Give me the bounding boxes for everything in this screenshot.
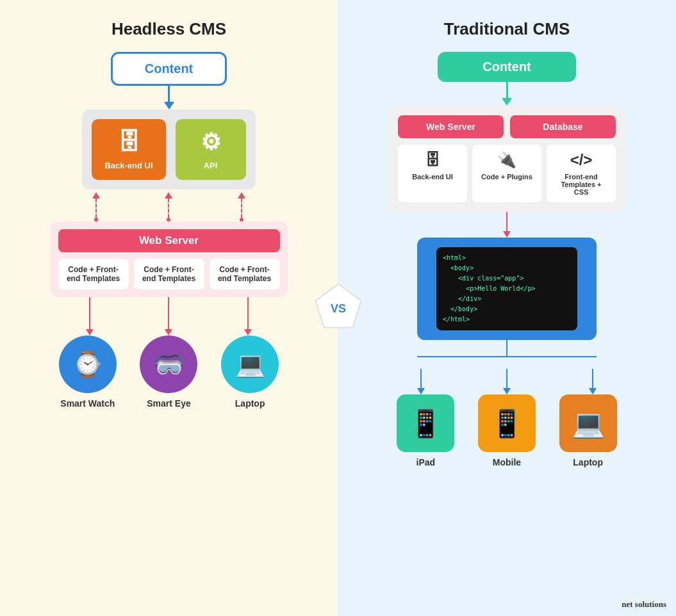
right-db-btn: Database bbox=[510, 115, 616, 138]
right-item-1-icon: 🗄 bbox=[404, 151, 461, 169]
branch-top-line bbox=[506, 340, 507, 356]
branch-horizontal-bar bbox=[417, 356, 597, 369]
smartwatch-label: Smart Watch bbox=[60, 398, 115, 409]
ws-item-2: Code + Front-end Templates bbox=[134, 259, 204, 289]
red-lines-down bbox=[51, 297, 288, 336]
dashed-arrows-section bbox=[60, 190, 278, 222]
backend-api-container: 🗄 Back-end UI ⚙ API bbox=[82, 109, 255, 190]
smarteye-circle: 🥽 bbox=[140, 336, 197, 393]
right-arrow-red bbox=[503, 212, 511, 238]
mobile-icon: 📱 bbox=[490, 408, 523, 439]
smartwatch-icon: ⌚ bbox=[72, 350, 103, 378]
dashed-arrow-1 bbox=[92, 192, 100, 222]
backend-box: 🗄 Back-end UI bbox=[92, 119, 165, 180]
right-backend-container: Web Server Database 🗄 Back-end UI 🔌 Code… bbox=[388, 106, 625, 212]
device-laptop-left: 💻 Laptop bbox=[221, 336, 279, 409]
ws-item-1: Code + Front-end Templates bbox=[58, 259, 129, 289]
branch-v-1 bbox=[417, 369, 425, 394]
webserver-container: Web Server Code + Front-end Templates Co… bbox=[51, 222, 288, 297]
api-icon: ⚙ bbox=[201, 129, 221, 156]
laptop-right-label: Laptop bbox=[573, 457, 603, 467]
right-item-2: 🔌 Code + Plugins bbox=[472, 145, 541, 202]
device-smarteye: 🥽 Smart Eye bbox=[140, 336, 197, 409]
backend-icon: 🗄 bbox=[117, 129, 140, 156]
right-item-1: 🗄 Back-end UI bbox=[398, 145, 467, 202]
right-item-2-icon: 🔌 bbox=[479, 151, 535, 169]
branch-v-3 bbox=[589, 369, 597, 394]
right-panel: Traditional CMS Content Web Server Datab… bbox=[338, 0, 676, 616]
ipad-box: 📱 bbox=[397, 394, 454, 452]
code-display: <html> <body> <div class="app"> <p>Hello… bbox=[436, 247, 577, 330]
red-line-2 bbox=[165, 297, 172, 336]
device-smartwatch: ⌚ Smart Watch bbox=[59, 336, 117, 409]
laptop-left-circle: 💻 bbox=[221, 336, 279, 393]
right-arrow1 bbox=[502, 82, 512, 106]
ipad-icon: 📱 bbox=[409, 408, 442, 439]
left-content-box: Content bbox=[111, 52, 227, 86]
vs-badge-container: VS bbox=[314, 283, 362, 334]
mobile-box: 📱 bbox=[478, 394, 536, 452]
smarteye-icon: 🥽 bbox=[154, 350, 184, 378]
smartwatch-circle: ⌚ bbox=[59, 336, 117, 393]
api-box: ⚙ API bbox=[176, 119, 246, 180]
svg-text:VS: VS bbox=[330, 302, 345, 315]
device-ipad: 📱 iPad bbox=[397, 394, 454, 467]
left-title: Headless CMS bbox=[111, 19, 226, 39]
left-devices-row: ⌚ Smart Watch 🥽 Smart Eye 💻 Laptop bbox=[47, 336, 291, 409]
laptop-left-icon: 💻 bbox=[235, 350, 265, 378]
laptop-right-icon: 💻 bbox=[572, 408, 605, 439]
dashed-arrow-3 bbox=[238, 192, 245, 222]
dashed-arrow-2 bbox=[165, 192, 172, 222]
smarteye-label: Smart Eye bbox=[147, 398, 190, 409]
right-top-row: Web Server Database bbox=[398, 115, 616, 138]
vs-pentagon: VS bbox=[314, 283, 362, 331]
left-panel: Headless CMS Content 🗄 Back-end UI ⚙ API bbox=[0, 0, 338, 616]
branch-v-lines bbox=[417, 369, 597, 394]
laptop-right-box: 💻 bbox=[559, 394, 617, 452]
right-item-3: </> Front-end Templates + CSS bbox=[547, 145, 616, 202]
left-arrow1 bbox=[164, 86, 174, 109]
laptop-screen: <html> <body> <div class="app"> <p>Hello… bbox=[436, 247, 577, 330]
webserver-items: Code + Front-end Templates Code + Front-… bbox=[58, 259, 280, 289]
right-server-btn: Web Server bbox=[398, 115, 504, 138]
branch-container bbox=[388, 340, 625, 394]
laptop-left-label: Laptop bbox=[235, 398, 265, 409]
red-line-1 bbox=[86, 297, 94, 336]
ipad-label: iPad bbox=[416, 457, 436, 467]
ws-item-3: Code + Front-end Templates bbox=[210, 259, 280, 289]
right-devices-row: 📱 iPad 📱 Mobile 💻 Laptop bbox=[385, 394, 629, 467]
branch-v-2 bbox=[503, 369, 511, 394]
right-item-3-icon: </> bbox=[553, 151, 609, 169]
right-items-row: 🗄 Back-end UI 🔌 Code + Plugins </> Front… bbox=[398, 145, 616, 202]
red-line-3 bbox=[244, 297, 252, 336]
mobile-label: Mobile bbox=[493, 457, 521, 467]
right-content-box: Content bbox=[438, 52, 576, 82]
device-mobile: 📱 Mobile bbox=[478, 394, 536, 467]
laptop-display: <html> <body> <div class="app"> <p>Hello… bbox=[417, 238, 597, 340]
webserver-title: Web Server bbox=[58, 229, 280, 252]
brand-logo: net solutions bbox=[622, 599, 666, 610]
device-laptop-right: 💻 Laptop bbox=[559, 394, 617, 467]
right-title: Traditional CMS bbox=[444, 19, 570, 39]
